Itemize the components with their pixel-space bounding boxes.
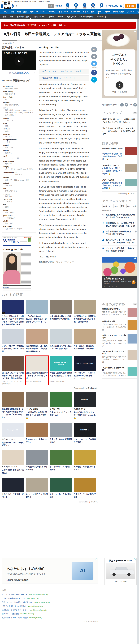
main-nav-item[interactable]: スポーツ [47,10,57,13]
article-card[interactable]: けいざい多面鏡 「6時間会見」の最後に関電をえぐった記者の質問 🔒 [26,392,48,419]
ranking-item[interactable]: 3 東京都世田谷区で多摩川が氾濫 二子玉川駅付近で道路冠水 [102,229,137,237]
weekly-reco-item[interactable]: あなたの信用力はどれくらい？ 簡単な質問に答えるだけで信用力が点数でわかる AI… [102,349,137,365]
main-nav-item[interactable]: 地域 [96,10,102,13]
sub-nav-item[interactable]: @大学 [47,16,56,18]
facebook-account-icon[interactable]: f [120,103,124,106]
text-ad-item[interactable]: 英語学習紙 毎日ウィークリー購読 mainichi.jp/weekly [2,616,98,620]
sub-nav-item[interactable]: 受験 [8,16,15,18]
text-ad-item[interactable]: 日興フロッギー｜500円から株が買える froggy.sm bcnikko.co… [2,600,98,604]
digital-mainichi-button[interactable]: デジタル毎日とは [106,4,124,8]
painting-ad[interactable]: i お部屋に飾る絵画なら 風景画 パリの街角 綺麗な花の絵など 画廊直販売中 ト… [102,257,137,288]
main-nav-item[interactable]: カルチャー [69,10,81,13]
text-ad-item[interactable]: NTTドコモ 5G｜新しい観戦体験 www.nttdocomo.co.jp [2,604,98,608]
ranking-item[interactable]: 4 巨人６年ぶり日本シリーズ進出、ソフトバンクと対戦 阪神に４勝１敗 [102,237,137,246]
article-card[interactable]: スポーツくじ 今週の結果速報 [50,478,72,498]
article-card[interactable]: 夜の寺院 黄金色にライトアップ [74,450,96,474]
article-card[interactable]: ラグビーワールドカップ2019 NTTドコモ×5G｜スポーツ観戦が5Gでこう変わ… [74,356,96,385]
ranking-item[interactable]: 2 特別養護老人ホームの260人が孤立 越辺川と大谷川が氾濫 埼玉・川越 [102,220,137,229]
article-card[interactable]: ヘルスデーニュース 入浴の習慣と健康リスクの関係は [2,450,24,474]
header-icon-item[interactable]: ☀ 天気 [64,3,71,9]
weekly-reco-item[interactable]: 台湾２０１９スローシティ旅行年 新たな台湾の魅力に出会う、小さな町の旅に出かけて… [102,333,137,349]
header-icon-item[interactable]: ▤ 朝夕刊 [81,3,88,9]
facebook-share-button[interactable]: f [91,70,97,76]
text-ad-item[interactable]: 腸内フローラ健康通信 www.flora-tsushin.jp [2,612,98,616]
text-ad-label[interactable]: 絵画販売 トライアンフギャラリー [2,609,28,611]
article-card[interactable]: ラグビーW杯 日本代表に熱視線 [50,450,72,474]
register-button[interactable]: 会員登録 [125,4,136,8]
search-button[interactable]: 検索 [48,4,54,8]
ranking-tab[interactable]: 写真 › [132,204,138,208]
twitter-account-icon[interactable] [124,103,128,106]
delivery-link[interactable]: 宅配申込 [56,5,62,7]
ad-arrow-button[interactable]: ❯ [132,280,136,284]
ranking-tab[interactable]: 1週間 › [114,204,120,208]
ranking-tab[interactable]: SNS › [120,204,126,208]
article-card[interactable]: 世界経済の先行きに広がる不透明感 [26,450,48,474]
article-card[interactable]: 日本人30代の10人に1人は異性間性交渉の経験なし [50,300,72,326]
article-card[interactable]: 台風19号 各地で交通機関に乱れ [50,423,72,447]
article-card[interactable]: 世界のスポーツ最前線 現地リポート [2,478,24,498]
article-card[interactable]: 国境なき医師団加藤医師の「僕がそこへ行く理由」1話 (国境なき医師団) [PR] [26,356,48,385]
maserati-ad[interactable]: 限定カラーMASERATI マセラティ 埼玉 i [104,558,136,586]
hatena-share-button[interactable]: B! [91,77,97,82]
related-link[interactable]: 【英語学習紙 毎日ウィークリーとは】 [38,76,89,81]
ranking-item[interactable]: 1 路上生活者、台風19号の避難所入れず 台東区「住所ないから」 [102,212,137,220]
main-nav-item[interactable]: 社会 [9,10,16,13]
print-button[interactable] [91,54,97,60]
login-button[interactable]: ログイン [137,4,139,8]
main-nav-item[interactable]: サイエンス [35,10,47,13]
article-card[interactable]: 台湾スイーツ 秋の新作が登場 [74,478,96,498]
article-card[interactable]: 神戸教諭いじめ 加害者の男性教員が児童骨折させる 他にも問題行為か [74,300,96,326]
main-nav-item[interactable]: English [102,11,112,13]
text-ad-label[interactable]: 腸内フローラ健康通信 [2,613,19,615]
ad-info-icon[interactable]: i [134,30,136,32]
article-card[interactable]: 元自民衆院議員、金子恵美氏が政界引退へ 「地元県議と軋轢解消せず」 [26,329,48,353]
sub-nav-item[interactable]: 総合 [1,16,8,18]
main-nav-item[interactable]: ライフ [81,10,90,13]
header-icon-item[interactable]: ✚ マイニュース [98,3,105,9]
main-nav-item[interactable]: 国際 [28,10,35,13]
article-card[interactable]: ラグビーW杯 日本 vs スコットランド 予選プールA [50,392,72,419]
play-button-icon[interactable]: ▶ [14,56,24,66]
text-ad-label[interactable]: NTTドコモ 5G｜新しい観戦体験 [2,605,26,607]
ranking-tab[interactable]: 1日 › [108,204,113,208]
related-link[interactable]: 【毎日ウィークリー・トップページはこちら】 [38,69,89,74]
article-card[interactable]: 地獄特急便 海外特派員リポート 気=かめはめ波?ロンドンで「奇妙な漢字」が大人気… [74,392,96,419]
article-card[interactable]: Ｎ国・立花氏、議員失職へ 参院埼玉補選に出馬表明 [74,329,96,353]
article-card[interactable]: 夫をお風呂に入れてくれるヘルパーに妻が“嫉妬”？ [50,329,72,353]
main-nav-item[interactable]: オピニオン [57,10,69,13]
text-ad-label[interactable]: 日興フロッギー｜500円から株が買える [2,601,32,603]
ranking-item[interactable]: 5 インフルエンザ出足早く、昨年の8・7倍 早期の予防接種を [102,246,137,254]
main-nav-item[interactable]: 経済 [22,10,28,13]
breaking-news-banner[interactable]: 号外｜日本悲願の８強、アジア初 スコットランド破りA組1位 [1,22,136,28]
main-nav-item[interactable]: トップ [1,10,9,13]
text-ad-item[interactable]: 絵画販売 トライアンフギャラリー www.triumphgallery.co.j… [2,608,98,612]
article-card[interactable]: 路上生活者の避難拒否 自治体の意識の差が浮き彫りに 専門家「究極の差別だ」 [2,392,24,419]
header-icon-item[interactable]: ⊞ 数独 [73,3,80,9]
topic-item[interactable]: 多民族時代の健康パスポート ラグビーW杯で日本に集まる世界の観客と「感染症」 🔒 [102,146,137,162]
topic-item[interactable]: メディア万華鏡 悪役担わされた紀子さま 「母と長女」のやっかいな問題 🔒 [102,177,137,192]
audio-player[interactable]: １０月１２日号 難民の苦境... ▶ [2,50,36,70]
ad-info-icon[interactable]: i [134,558,136,560]
text-ad-label[interactable]: 英語学習紙 毎日ウィークリー購読 [2,617,28,619]
article-card[interactable]: 秋のイベント 会場は大にぎわい [26,423,48,447]
pickup-item[interactable]: 豊かな自然や文化遺産がたくさん詰まった、「知られざるタイ１２の秘宝」を紹介中！ [102,125,137,137]
text-ad-label[interactable]: マセラティ埼玉｜正規ディーラー [2,594,27,596]
article-card[interactable]: Turning the Tide 毎日ウィークリー 英語学習紙 10月12日号の… [2,423,24,447]
text-ad-item[interactable]: マセラティ埼玉｜正規ディーラー www.maserati-saitama.co.… [2,592,98,596]
yogurt-ad[interactable]: i ヨーグルト やめました。 NHKでも NHKスペシャルで衝撃の新事実。ヨーグ… [102,30,137,98]
article-card[interactable]: 【The Wall Street Journal】世界の金融・経済情報をリアルタ… [26,300,48,326]
ad-info-icon[interactable]: i [95,558,97,560]
topic-item[interactable]: 食の情報ウソ・ホント 山崎製パンが一石を投じた「添加物不使用」のカラクリ 🔒 [102,162,137,177]
rss-icon[interactable]: ≋ [133,103,137,106]
weekly-reco-item[interactable]: 10月17日から薬と健康の週間 その薬の飲み方間違っているかも？身近な薬剤師さん… [102,365,137,378]
sub-nav-item[interactable]: ニュースがわかる [78,16,96,18]
main-nav-item[interactable]: 政治 [16,10,22,13]
article-card[interactable]: 自分が買ったワンピースの値段で、子どもが売られていた現実、日本の大学生… (かも… [2,356,24,385]
scrollbar[interactable]: ▲ [137,3,139,644]
article-card[interactable]: FOREVER 21 フォーエバー21 日本事業から撤退へ [74,423,96,447]
sub-nav-item[interactable]: 15歳のニュース [31,16,47,18]
pickup-item[interactable]: 簡単な質問に答えるだけで信用力が点数でわかるＪスコアを試してみよう [102,116,137,125]
ad-arrow-button[interactable]: ❯ [116,82,123,89]
ranking-tab[interactable]: 動画 › [126,204,132,208]
